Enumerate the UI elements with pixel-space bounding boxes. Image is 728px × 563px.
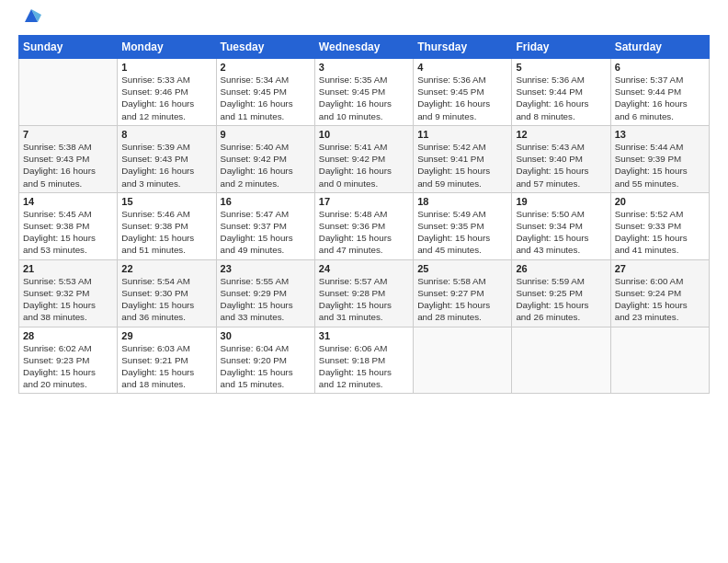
day-info: Sunrise: 5:53 AM Sunset: 9:32 PM Dayligh… [23,275,113,324]
day-cell: 21Sunrise: 5:53 AM Sunset: 9:32 PM Dayli… [19,259,118,327]
header-cell-saturday: Saturday [610,36,709,59]
day-number: 19 [516,196,606,207]
day-info: Sunrise: 5:37 AM Sunset: 9:44 PM Dayligh… [615,74,705,122]
day-cell: 11Sunrise: 5:42 AM Sunset: 9:41 PM Dayli… [414,125,512,192]
day-info: Sunrise: 5:49 AM Sunset: 9:35 PM Dayligh… [417,208,507,257]
day-cell: 7Sunrise: 5:38 AM Sunset: 9:43 PM Daylig… [19,125,118,192]
header-cell-monday: Monday [118,36,216,59]
day-info: Sunrise: 5:36 AM Sunset: 9:45 PM Dayligh… [417,74,507,122]
day-info: Sunrise: 5:46 AM Sunset: 9:38 PM Dayligh… [121,208,211,257]
day-cell: 15Sunrise: 5:46 AM Sunset: 9:38 PM Dayli… [118,192,216,259]
day-info: Sunrise: 6:03 AM Sunset: 9:21 PM Dayligh… [121,342,211,391]
day-number: 28 [23,330,113,341]
week-row-2: 14Sunrise: 5:45 AM Sunset: 9:38 PM Dayli… [19,192,710,259]
day-cell: 3Sunrise: 5:35 AM Sunset: 9:45 PM Daylig… [314,59,413,126]
day-info: Sunrise: 5:40 AM Sunset: 9:42 PM Dayligh… [221,141,311,190]
day-cell: 6Sunrise: 5:37 AM Sunset: 9:44 PM Daylig… [610,59,709,126]
day-info: Sunrise: 5:54 AM Sunset: 9:30 PM Dayligh… [121,275,211,324]
day-cell [414,327,512,394]
day-cell [610,327,709,394]
day-number: 11 [417,129,507,140]
day-cell [512,327,610,394]
day-number: 12 [516,129,606,140]
day-info: Sunrise: 5:57 AM Sunset: 9:28 PM Dayligh… [319,275,409,324]
header-cell-friday: Friday [512,36,610,59]
day-info: Sunrise: 5:55 AM Sunset: 9:29 PM Dayligh… [221,275,311,324]
day-info: Sunrise: 5:38 AM Sunset: 9:43 PM Dayligh… [23,141,113,190]
day-cell: 23Sunrise: 5:55 AM Sunset: 9:29 PM Dayli… [216,259,314,327]
day-number: 9 [221,129,311,140]
day-info: Sunrise: 5:35 AM Sunset: 9:45 PM Dayligh… [319,74,409,122]
day-info: Sunrise: 6:00 AM Sunset: 9:24 PM Dayligh… [615,275,705,324]
header [18,15,710,26]
day-number: 13 [615,129,705,140]
day-cell: 14Sunrise: 5:45 AM Sunset: 9:38 PM Dayli… [19,192,118,259]
day-info: Sunrise: 5:36 AM Sunset: 9:44 PM Dayligh… [516,74,606,122]
week-row-1: 7Sunrise: 5:38 AM Sunset: 9:43 PM Daylig… [19,125,710,192]
day-number: 10 [319,129,409,140]
day-number: 7 [23,129,113,140]
day-info: Sunrise: 5:45 AM Sunset: 9:38 PM Dayligh… [23,208,113,257]
day-cell: 31Sunrise: 6:06 AM Sunset: 9:18 PM Dayli… [314,327,413,394]
day-number: 25 [417,263,507,274]
day-cell: 24Sunrise: 5:57 AM Sunset: 9:28 PM Dayli… [314,259,413,327]
day-number: 6 [615,62,705,73]
header-row: SundayMondayTuesdayWednesdayThursdayFrid… [19,36,710,59]
day-cell: 17Sunrise: 5:48 AM Sunset: 9:36 PM Dayli… [314,192,413,259]
logo-icon [21,6,41,26]
day-info: Sunrise: 5:43 AM Sunset: 9:40 PM Dayligh… [516,141,606,190]
day-info: Sunrise: 5:44 AM Sunset: 9:39 PM Dayligh… [615,141,705,190]
day-number: 16 [221,196,311,207]
header-cell-thursday: Thursday [414,36,512,59]
day-cell: 18Sunrise: 5:49 AM Sunset: 9:35 PM Dayli… [414,192,512,259]
header-cell-tuesday: Tuesday [216,36,314,59]
day-number: 31 [319,330,409,341]
day-number: 3 [319,62,409,73]
week-row-4: 28Sunrise: 6:02 AM Sunset: 9:23 PM Dayli… [19,327,710,394]
day-cell: 26Sunrise: 5:59 AM Sunset: 9:25 PM Dayli… [512,259,610,327]
day-info: Sunrise: 5:52 AM Sunset: 9:33 PM Dayligh… [615,208,705,257]
day-info: Sunrise: 5:48 AM Sunset: 9:36 PM Dayligh… [319,208,409,257]
day-number: 26 [516,263,606,274]
day-number: 1 [121,62,211,73]
day-number: 30 [221,330,311,341]
day-number: 24 [319,263,409,274]
calendar-page: SundayMondayTuesdayWednesdayThursdayFrid… [0,0,728,563]
day-info: Sunrise: 5:59 AM Sunset: 9:25 PM Dayligh… [516,275,606,324]
day-cell: 4Sunrise: 5:36 AM Sunset: 9:45 PM Daylig… [414,59,512,126]
day-number: 4 [417,62,507,73]
day-number: 27 [615,263,705,274]
day-number: 2 [221,62,311,73]
day-info: Sunrise: 5:42 AM Sunset: 9:41 PM Dayligh… [417,141,507,190]
week-row-0: 1Sunrise: 5:33 AM Sunset: 9:46 PM Daylig… [19,59,710,126]
day-cell: 30Sunrise: 6:04 AM Sunset: 9:20 PM Dayli… [216,327,314,394]
day-number: 21 [23,263,113,274]
day-info: Sunrise: 5:39 AM Sunset: 9:43 PM Dayligh… [121,141,211,190]
day-info: Sunrise: 5:34 AM Sunset: 9:45 PM Dayligh… [221,74,311,122]
day-info: Sunrise: 5:58 AM Sunset: 9:27 PM Dayligh… [417,275,507,324]
day-number: 5 [516,62,606,73]
day-cell: 27Sunrise: 6:00 AM Sunset: 9:24 PM Dayli… [610,259,709,327]
day-info: Sunrise: 5:47 AM Sunset: 9:37 PM Dayligh… [221,208,311,257]
day-number: 14 [23,196,113,207]
day-cell: 13Sunrise: 5:44 AM Sunset: 9:39 PM Dayli… [610,125,709,192]
header-cell-sunday: Sunday [19,36,118,59]
day-cell: 22Sunrise: 5:54 AM Sunset: 9:30 PM Dayli… [118,259,216,327]
day-info: Sunrise: 6:04 AM Sunset: 9:20 PM Dayligh… [221,342,311,391]
day-info: Sunrise: 5:33 AM Sunset: 9:46 PM Dayligh… [121,74,211,122]
day-number: 8 [121,129,211,140]
day-number: 29 [121,330,211,341]
day-cell: 25Sunrise: 5:58 AM Sunset: 9:27 PM Dayli… [414,259,512,327]
week-row-3: 21Sunrise: 5:53 AM Sunset: 9:32 PM Dayli… [19,259,710,327]
day-number: 17 [319,196,409,207]
day-number: 15 [121,196,211,207]
day-number: 23 [221,263,311,274]
day-cell: 19Sunrise: 5:50 AM Sunset: 9:34 PM Dayli… [512,192,610,259]
day-cell: 8Sunrise: 5:39 AM Sunset: 9:43 PM Daylig… [118,125,216,192]
day-cell: 1Sunrise: 5:33 AM Sunset: 9:46 PM Daylig… [118,59,216,126]
day-number: 22 [121,263,211,274]
day-info: Sunrise: 6:02 AM Sunset: 9:23 PM Dayligh… [23,342,113,391]
logo [18,15,41,26]
day-cell: 2Sunrise: 5:34 AM Sunset: 9:45 PM Daylig… [216,59,314,126]
day-number: 20 [615,196,705,207]
